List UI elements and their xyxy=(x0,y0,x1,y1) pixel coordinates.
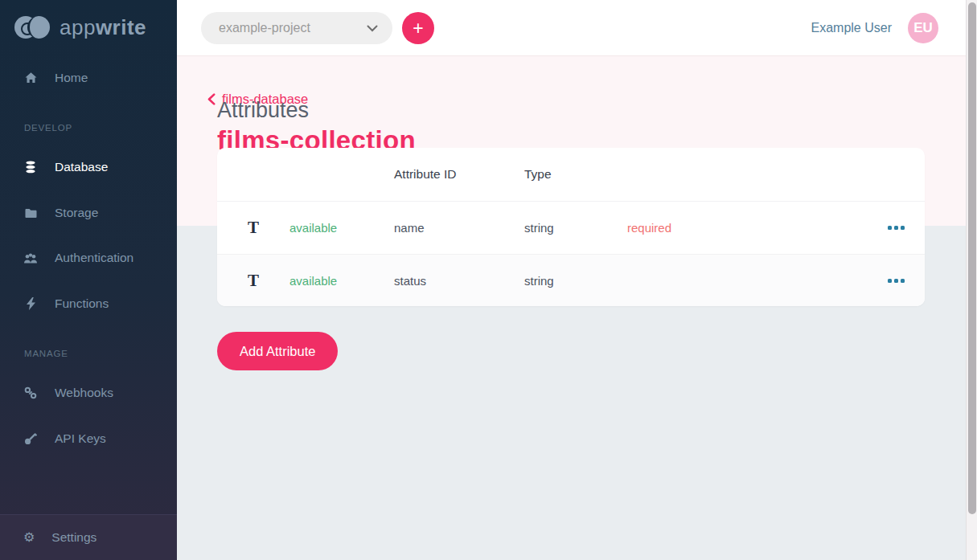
attribute-id-cell: name xyxy=(394,221,524,235)
table-row: T available name string required xyxy=(217,201,925,254)
link-icon xyxy=(23,386,38,399)
sidebar-section-manage: MANAGE xyxy=(24,349,68,358)
gear-icon: ⚙ xyxy=(23,531,35,544)
table-row: T available status string xyxy=(217,254,925,306)
sidebar-item-label: Settings xyxy=(51,530,96,545)
sidebar-item-functions[interactable]: Functions xyxy=(0,288,177,319)
scrollbar-thumb[interactable] xyxy=(968,2,976,514)
key-icon xyxy=(23,432,38,445)
sidebar-item-database[interactable]: Database xyxy=(0,152,177,182)
bolt-icon xyxy=(23,297,38,310)
row-actions-menu-button[interactable] xyxy=(867,279,925,283)
status-badge: available xyxy=(289,274,394,288)
appwrite-logo-icon xyxy=(14,14,51,40)
project-selector[interactable]: example-project xyxy=(201,12,392,44)
text-attribute-icon: T xyxy=(217,271,289,291)
type-cell: string xyxy=(524,221,627,235)
sidebar-item-label: Webhooks xyxy=(55,386,113,400)
appwrite-logo-text: appwrite xyxy=(60,15,146,40)
sidebar-item-label: Database xyxy=(55,160,108,174)
column-header-attribute-id: Attribute ID xyxy=(394,167,524,182)
sidebar-item-authentication[interactable]: Authentication xyxy=(0,243,177,273)
sidebar-item-label: API Keys xyxy=(55,431,106,446)
sidebar-item-label: Functions xyxy=(55,296,109,311)
project-selector-value: example-project xyxy=(219,21,310,35)
appwrite-logo[interactable]: appwrite xyxy=(14,14,146,40)
attributes-table: Attribute ID Type T available name strin… xyxy=(217,148,925,306)
chevron-left-icon xyxy=(207,93,216,105)
sidebar-section-develop: DEVELOP xyxy=(24,123,72,133)
column-header-type: Type xyxy=(524,167,627,182)
users-icon xyxy=(23,252,38,264)
row-actions-menu-button[interactable] xyxy=(867,226,925,230)
vertical-scrollbar[interactable] xyxy=(966,0,977,560)
user-name-link[interactable]: Example User xyxy=(811,21,892,35)
status-badge: available xyxy=(289,221,394,235)
main-content: films-database films-collection Document… xyxy=(177,56,977,560)
add-project-button[interactable]: + xyxy=(402,12,434,44)
add-attribute-button[interactable]: Add Attribute xyxy=(217,332,338,370)
required-flag: required xyxy=(627,221,867,235)
database-icon xyxy=(23,161,38,174)
chevron-down-icon xyxy=(367,25,378,32)
sidebar-item-storage[interactable]: Storage xyxy=(0,198,177,228)
type-cell: string xyxy=(524,274,627,288)
section-heading: Attributes xyxy=(217,98,309,123)
sidebar-item-webhooks[interactable]: Webhooks xyxy=(0,378,177,408)
sidebar: appwrite Home DEVELOP Database Storage A… xyxy=(0,0,177,560)
home-icon xyxy=(23,72,38,84)
sidebar-item-label: Authentication xyxy=(55,251,133,265)
user-area: Example User EU xyxy=(811,0,938,56)
sidebar-item-settings[interactable]: ⚙ Settings xyxy=(0,514,177,560)
text-attribute-icon: T xyxy=(217,218,289,238)
table-header-row: Attribute ID Type xyxy=(217,148,925,201)
avatar[interactable]: EU xyxy=(908,13,938,43)
sidebar-item-label: Home xyxy=(55,71,88,85)
attribute-id-cell: status xyxy=(394,274,524,288)
sidebar-item-api-keys[interactable]: API Keys xyxy=(0,423,177,454)
folder-icon xyxy=(23,207,38,219)
topbar: example-project + Example User EU xyxy=(177,0,977,56)
sidebar-item-label: Storage xyxy=(55,206,98,220)
sidebar-item-home[interactable]: Home xyxy=(0,63,177,93)
